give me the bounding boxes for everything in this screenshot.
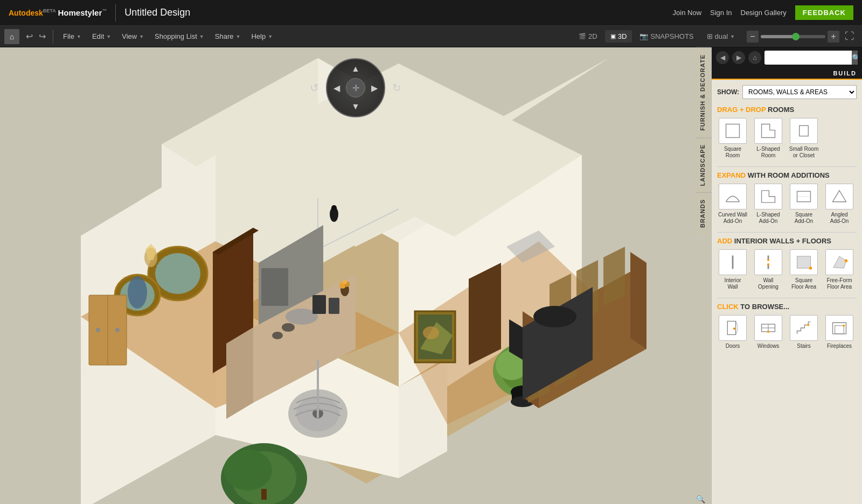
panel-forward-button[interactable]: ▶ (732, 51, 745, 64)
interior-heading-rest: INTERIOR WALLS + FLOORS (734, 237, 831, 245)
small-room-item[interactable]: Small Roomor Closet (788, 118, 819, 159)
angled-addon-icon-box (825, 184, 853, 209)
svg-rect-91 (797, 256, 811, 268)
square-addon-svg (794, 187, 814, 206)
nav-up-button[interactable]: ▲ (349, 62, 362, 75)
viewport[interactable]: ↺ ▲ ▼ ◀ ▶ ✛ ↻ (0, 47, 711, 504)
brands-tab[interactable]: BRANDS (696, 192, 711, 234)
snapshots-button[interactable]: 📷 SNAPSHOTS (634, 30, 699, 43)
sep-3 (717, 298, 857, 298)
svg-point-45 (331, 205, 337, 211)
square-floor-item[interactable]: SquareFloor Area (788, 249, 819, 290)
logo-text: AutodeskBETA Homestyler™ (9, 8, 107, 17)
square-addon-item[interactable]: SquareAdd-On (788, 184, 819, 225)
landscape-tab[interactable]: LANDSCAPE (696, 137, 711, 192)
free-form-floor-svg (830, 253, 849, 272)
doors-item[interactable]: Doors (717, 315, 748, 349)
topbar-right: Join Now Sign In Design Gallery FEEDBACK (673, 5, 853, 20)
dual-view-button[interactable]: ⊞ dual ▼ (701, 30, 741, 43)
zoom-in-button[interactable]: + (828, 31, 839, 43)
l-shaped-room-item[interactable]: L-ShapedRoom (753, 118, 784, 159)
zoom-slider[interactable] (761, 35, 825, 38)
view-3d-button[interactable]: ▣ 3D (605, 30, 632, 43)
build-label-bar: BUILD (712, 68, 862, 80)
wall-opening-item[interactable]: WallOpening (753, 249, 784, 290)
svg-marker-85 (833, 191, 846, 202)
l-shaped-room-icon-box (754, 118, 782, 144)
browse-heading: CLICK TO BROWSE... (717, 303, 857, 311)
view-menu[interactable]: View ▼ (116, 30, 149, 43)
svg-point-37 (272, 332, 283, 339)
angled-addon-item[interactable]: AngledAdd-On (824, 184, 855, 225)
interior-wall-svg (723, 253, 742, 272)
sep-1 (717, 166, 857, 167)
panel-back-button[interactable]: ◀ (716, 51, 729, 64)
panel-home-button[interactable]: ⌂ (748, 51, 761, 64)
nav-center-button[interactable]: ✛ (346, 78, 365, 97)
svg-point-21 (155, 253, 200, 294)
nav-left-button[interactable]: ◀ (330, 81, 343, 94)
show-dropdown[interactable]: ROOMS, WALLS & AREAS ALL FLOOR PLAN (742, 85, 857, 99)
share-menu[interactable]: Share ▼ (210, 30, 246, 43)
expand-grid: Curved WallAdd-On L-ShapedAdd-On (717, 184, 857, 225)
nav-control: ↺ ▲ ▼ ◀ ▶ ✛ ↻ (326, 58, 385, 117)
fireplaces-label: Fireplaces (827, 343, 852, 349)
nav-ring: ▲ ▼ ◀ ▶ ✛ (326, 58, 385, 117)
shopping-list-menu[interactable]: Shopping List ▼ (149, 30, 210, 43)
svg-point-101 (767, 331, 769, 333)
svg-point-28 (115, 328, 120, 332)
curved-wall-item[interactable]: Curved WallAdd-On (717, 184, 748, 225)
windows-item[interactable]: Windows (753, 315, 784, 349)
furnish-decorate-tab[interactable]: FURNISH & DECORATE (696, 47, 711, 137)
browse-grid: Doors Windows (717, 315, 857, 349)
doors-icon-box (719, 315, 747, 341)
stairs-item[interactable]: Stairs (788, 315, 819, 349)
browse-heading-rest: TO BROWSE... (740, 303, 789, 311)
file-menu[interactable]: File ▼ (58, 30, 87, 43)
design-gallery-link[interactable]: Design Gallery (741, 9, 787, 17)
product-name: Homestyler (58, 8, 102, 17)
rotate-left-button[interactable]: ↺ (310, 81, 319, 94)
view-2d-button[interactable]: 🎬 2D (573, 30, 603, 43)
square-floor-icon-box (790, 249, 818, 275)
doors-svg (723, 318, 742, 338)
interior-wall-label: InteriorWall (724, 277, 741, 290)
feedback-button[interactable]: FEEDBACK (795, 5, 853, 20)
interior-heading: ADD INTERIOR WALLS + FLOORS (717, 237, 857, 245)
interior-wall-item[interactable]: InteriorWall (717, 249, 748, 290)
home-icon-btn[interactable]: ⌂ (4, 29, 19, 44)
nav-down-button[interactable]: ▼ (349, 100, 362, 113)
zoom-out-button[interactable]: − (747, 31, 759, 43)
l-shaped-addon-item[interactable]: L-ShapedAdd-On (753, 184, 784, 225)
panel-search-submit[interactable]: 🔍 (852, 51, 858, 65)
svg-point-74 (533, 306, 576, 327)
search-side-icon: 🔍 (696, 495, 705, 503)
fireplaces-item[interactable]: Fireplaces (824, 315, 855, 349)
build-label: BUILD (833, 70, 857, 76)
zoom-bar: − + (747, 31, 839, 43)
redo-button[interactable]: ↪ (36, 30, 48, 43)
fullscreen-button[interactable]: ⛶ (842, 31, 858, 42)
l-shaped-addon-label: L-ShapedAdd-On (756, 212, 780, 225)
edit-menu[interactable]: Edit ▼ (87, 30, 116, 43)
file-arrow: ▼ (77, 34, 81, 39)
free-form-floor-item[interactable]: Free-FormFloor Area (824, 249, 855, 290)
square-room-item[interactable]: SquareRoom (717, 118, 748, 159)
panel-search-input[interactable] (764, 52, 852, 64)
panel-search-side[interactable]: 🔍 (696, 494, 711, 504)
curved-wall-label: Curved WallAdd-On (718, 212, 747, 225)
curved-wall-icon-box (719, 184, 747, 209)
zoom-thumb[interactable] (792, 33, 800, 40)
drag-heading-rest: ROOMS (768, 106, 794, 114)
rotate-right-button[interactable]: ↻ (392, 81, 401, 94)
help-arrow: ▼ (268, 34, 273, 39)
sign-in-link[interactable]: Sign In (710, 9, 732, 17)
nav-right-button[interactable]: ▶ (368, 81, 381, 94)
share-arrow: ▼ (235, 34, 240, 39)
join-now-link[interactable]: Join Now (673, 9, 701, 17)
help-menu[interactable]: Help ▼ (246, 30, 278, 43)
fireplaces-svg (830, 318, 849, 338)
windows-icon-box (754, 315, 782, 341)
undo-button[interactable]: ↩ (23, 30, 36, 43)
stairs-icon-box (790, 315, 818, 341)
